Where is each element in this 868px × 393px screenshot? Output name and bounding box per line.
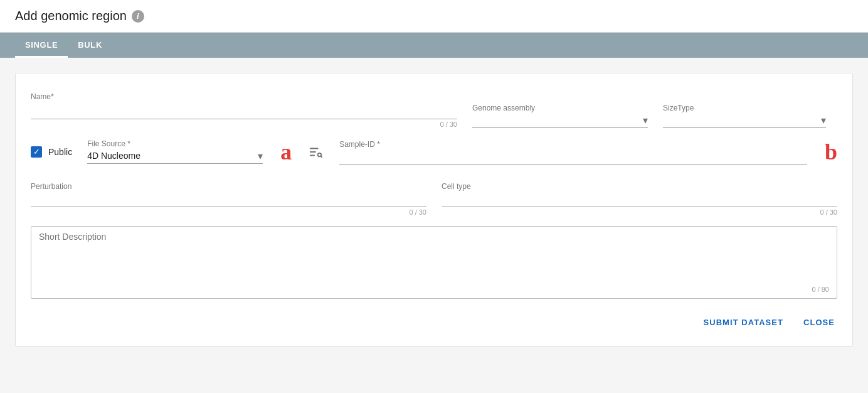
file-source-group: File Source * 4D Nucleome GEO ENCODE Cus…: [87, 139, 263, 164]
tabs-bar: SINGLE BULK: [0, 33, 868, 58]
form-row-1: Name* 0 / 30 Genome assembly hg19 hg38 m…: [31, 92, 837, 128]
form-card: Name* 0 / 30 Genome assembly hg19 hg38 m…: [15, 73, 853, 347]
perturbation-input[interactable]: [31, 191, 426, 207]
short-description-char-count: 0 / 80: [39, 286, 829, 293]
page-title: Add genomic region: [15, 9, 127, 23]
svg-line-4: [321, 156, 322, 156]
form-row-2: ✓ Public File Source * 4D Nucleome GEO E…: [31, 138, 837, 165]
sample-id-input[interactable]: [339, 149, 807, 165]
name-label: Name*: [31, 92, 457, 101]
form-row-4: 0 / 80: [31, 226, 837, 299]
content-area: Name* 0 / 30 Genome assembly hg19 hg38 m…: [0, 58, 868, 393]
perturbation-group: Perturbation 0 / 30: [31, 180, 426, 216]
file-source-label: File Source *: [87, 139, 263, 148]
sample-id-label: Sample-ID *: [339, 140, 380, 149]
file-source-select-wrapper: 4D Nucleome GEO ENCODE Custom ▾: [87, 151, 263, 164]
dialog-header: Add genomic region i: [0, 0, 868, 33]
public-checkbox[interactable]: ✓: [31, 146, 42, 158]
sizetype-label: SizeType: [663, 104, 826, 112]
genome-assembly-group: Genome assembly hg19 hg38 mm9 mm10 ▾: [472, 104, 648, 128]
perturbation-label: Perturbation: [31, 182, 71, 191]
genome-assembly-select-wrapper: hg19 hg38 mm9 mm10 ▾: [472, 115, 648, 128]
annotation-a: a: [280, 141, 292, 163]
perturbation-char-count: 0 / 30: [31, 208, 426, 216]
tab-bulk[interactable]: BULK: [68, 33, 112, 58]
name-char-count: 0 / 30: [31, 121, 457, 128]
sizetype-select[interactable]: Small Medium Large: [663, 115, 826, 125]
tab-single[interactable]: SINGLE: [15, 33, 68, 58]
genome-assembly-select[interactable]: hg19 hg38 mm9 mm10: [472, 115, 648, 125]
short-description-wrapper: 0 / 80: [31, 226, 837, 299]
actions-row: SUBMIT DATASET CLOSE: [31, 314, 837, 331]
checkmark-icon: ✓: [33, 148, 40, 156]
cell-type-label: Cell type: [442, 182, 471, 191]
file-source-select[interactable]: 4D Nucleome GEO ENCODE Custom: [87, 151, 263, 161]
sample-id-group: Sample-ID *: [339, 138, 807, 165]
name-input[interactable]: [31, 104, 457, 119]
sizetype-group: SizeType Small Medium Large ▾: [663, 104, 826, 128]
icon-group: [307, 143, 324, 161]
cell-type-char-count: 0 / 30: [442, 208, 837, 216]
list-search-icon[interactable]: [307, 143, 324, 161]
cell-type-input[interactable]: [442, 191, 837, 207]
form-row-3: Perturbation 0 / 30 Cell type 0 / 30: [31, 180, 837, 216]
info-icon[interactable]: i: [132, 10, 144, 23]
close-button[interactable]: CLOSE: [801, 314, 837, 331]
cell-type-group: Cell type 0 / 30: [442, 180, 837, 216]
sizetype-select-wrapper: Small Medium Large ▾: [663, 115, 826, 128]
genome-assembly-label: Genome assembly: [472, 104, 648, 112]
name-field-group: Name* 0 / 30: [31, 92, 457, 128]
public-group: ✓ Public: [31, 146, 72, 158]
public-label: Public: [48, 147, 72, 157]
submit-dataset-button[interactable]: SUBMIT DATASET: [701, 314, 786, 331]
annotation-b: b: [825, 141, 837, 163]
short-description-input[interactable]: [39, 232, 829, 282]
